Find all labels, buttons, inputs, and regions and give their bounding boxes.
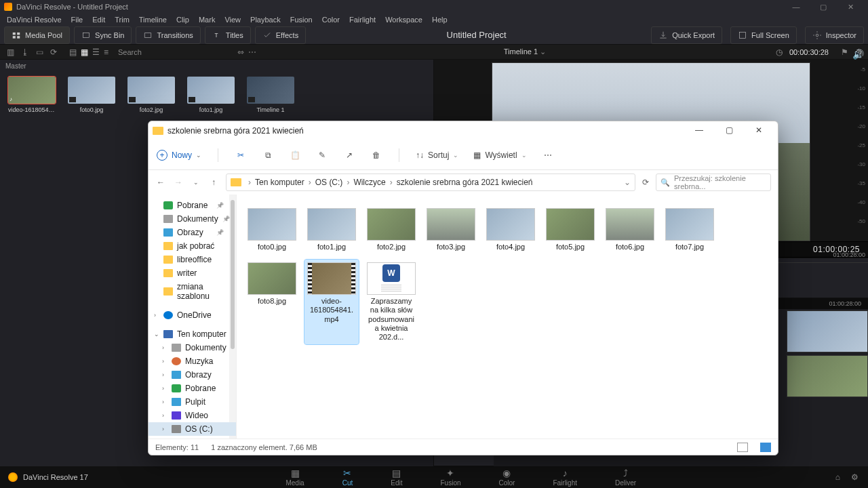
file-item[interactable]: foto5.jpg (543, 205, 597, 254)
nav-wideo[interactable]: ›Wideo (149, 409, 236, 422)
breadcrumb-item[interactable]: Ten komputer (255, 178, 304, 187)
rename-icon[interactable]: ✎ (316, 150, 328, 160)
breadcrumb[interactable]: › Ten komputer› OS (C:)› Wilczyce› szkol… (226, 174, 635, 191)
file-item[interactable]: foto0.jpg (245, 205, 299, 254)
menu-item[interactable]: Edit (88, 16, 109, 24)
nav-folder[interactable]: writer (149, 266, 236, 280)
menu-item[interactable]: Trim (111, 16, 134, 24)
full-screen-button[interactable]: Full Screen (730, 26, 797, 44)
nav-ten-komputer[interactable]: ⌄Ten komputer (149, 327, 236, 341)
titles-tab[interactable]: TTitles (205, 26, 251, 44)
breadcrumb-item[interactable]: Wilczyce (353, 178, 385, 187)
file-item[interactable]: foto2.jpg (364, 205, 418, 254)
menu-item[interactable]: Help (428, 16, 452, 24)
new-button[interactable]: + Nowy ⌄ (157, 150, 201, 161)
cut-icon[interactable]: ✂ (235, 150, 247, 160)
menu-item[interactable]: File (67, 16, 87, 24)
back-icon[interactable]: ← (155, 178, 166, 187)
quick-export-button[interactable]: Quick Export (651, 26, 722, 44)
sync-icon[interactable]: ⟳ (50, 47, 57, 57)
import-icon[interactable]: ⭳ (21, 47, 29, 57)
thumb-view-icon[interactable]: ▦ (81, 47, 88, 57)
page-fusion[interactable]: ✦Fusion (436, 468, 465, 487)
metadata-view-icon[interactable]: ▤ (69, 47, 77, 57)
file-item[interactable]: foto6.jpg (603, 205, 657, 254)
menu-item[interactable]: Clip (172, 16, 193, 24)
file-item[interactable]: foto4.jpg (484, 205, 538, 254)
page-color[interactable]: ◉Color (495, 468, 519, 487)
bin-list-icon[interactable]: ▥ (7, 47, 14, 57)
menu-item[interactable]: Workspace (381, 16, 427, 24)
nav-pobrane[interactable]: Pobrane (149, 199, 236, 212)
share-icon[interactable]: ↗ (343, 150, 355, 160)
nav-obrazy[interactable]: Obrazy (149, 226, 236, 239)
bin-master-label[interactable]: Master (0, 60, 433, 73)
search-input[interactable]: Search (118, 48, 233, 56)
nav-muzyka[interactable]: ›Muzyka (149, 354, 236, 368)
project-settings-icon[interactable]: ⚙ (851, 472, 859, 482)
explorer-title-bar[interactable]: szkolenie srebrna góra 2021 kwiecień — ▢… (149, 121, 778, 140)
nav-onedrive[interactable]: ›OneDrive (149, 308, 236, 322)
menu-item[interactable]: Playback (246, 16, 285, 24)
timeline-clip[interactable] (787, 310, 868, 352)
nav-folder[interactable]: jak pobrać (149, 239, 236, 253)
refresh-icon[interactable]: ⟳ (642, 178, 649, 187)
page-cut[interactable]: ✂Cut (338, 468, 357, 487)
menu-item[interactable]: Color (318, 16, 344, 24)
breadcrumb-item[interactable]: szkolenie srebrna góra 2021 kwiecień (397, 178, 533, 187)
explorer-file-area[interactable]: foto0.jpgfoto1.jpgfoto2.jpgfoto3.jpgfoto… (237, 195, 778, 439)
nav-dokumenty-sub[interactable]: ›Dokumenty (149, 341, 236, 354)
file-item[interactable]: foto3.jpg (424, 205, 478, 254)
page-deliver[interactable]: ⤴Deliver (611, 468, 640, 487)
file-item[interactable]: video-1618054841.mp4 (304, 260, 359, 344)
page-edit[interactable]: ▤Edit (387, 468, 406, 487)
page-media[interactable]: ▦Media (281, 468, 308, 487)
resize-icon[interactable]: ⇔ (237, 47, 244, 57)
chevron-down-icon[interactable]: ⌄ (624, 178, 631, 187)
home-icon[interactable]: ⌂ (835, 472, 840, 482)
paste-icon[interactable]: 📋 (289, 150, 301, 160)
menu-item[interactable]: Fusion (286, 16, 317, 24)
menu-item[interactable]: Timeline (135, 16, 171, 24)
breadcrumb-item[interactable]: OS (C:) (315, 178, 343, 187)
explorer-search-input[interactable]: 🔍 Przeszukaj: szkolenie srebrna... (656, 174, 771, 191)
strip-view-icon[interactable]: ☰ (92, 47, 100, 57)
nav-os-c[interactable]: ›OS (C:) (149, 422, 236, 436)
nav-obrazy-sub[interactable]: ›Obrazy (149, 368, 236, 382)
media-pool-clip[interactable]: ♪video-1618054841... (8, 77, 56, 113)
file-item[interactable]: foto7.jpg (663, 205, 717, 254)
sort-button[interactable]: ↑↓ Sortuj ⌄ (416, 150, 458, 160)
menu-item[interactable]: Mark (195, 16, 219, 24)
timeline-clip[interactable] (787, 355, 868, 397)
sync-bin-tab[interactable]: Sync Bin (74, 26, 132, 44)
maximize-icon[interactable]: ▢ (810, 3, 837, 12)
page-fairlight[interactable]: ♪Fairlight (549, 468, 581, 487)
nav-pulpit[interactable]: ›Pulpit (149, 395, 236, 409)
nav-pobrane-sub[interactable]: ›Pobrane (149, 382, 236, 395)
explorer-nav-tree[interactable]: Pobrane Dokumenty Obrazy jak pobrać libr… (149, 195, 237, 439)
list-view-icon[interactable]: ≡ (104, 47, 108, 57)
delete-icon[interactable]: 🗑 (370, 150, 382, 160)
view-button[interactable]: ▦ Wyświetl ⌄ (473, 150, 526, 160)
maximize-icon[interactable]: ▢ (714, 121, 744, 140)
transitions-tab[interactable]: Transitions (136, 26, 200, 44)
close-icon[interactable]: ✕ (744, 121, 774, 140)
details-view-icon[interactable] (737, 443, 748, 452)
up-icon[interactable]: ↑ (208, 178, 219, 187)
folder-icon[interactable]: ▭ (36, 47, 43, 57)
file-item[interactable]: WZapraszamy na kilka słów podsumowania k… (364, 260, 418, 344)
media-pool-clip[interactable]: foto0.jpg (68, 77, 115, 113)
effects-tab[interactable]: Effects (255, 26, 306, 44)
recent-icon[interactable]: ⌄ (191, 179, 201, 186)
timeline-selector[interactable]: Timeline 1 (504, 47, 538, 56)
more-icon[interactable]: ⋯ (542, 150, 554, 160)
thumbnails-view-icon[interactable] (760, 443, 771, 452)
speaker-icon[interactable]: 🔊 (852, 49, 864, 60)
minimize-icon[interactable]: — (684, 121, 714, 140)
nav-folder[interactable]: libreoffice (149, 253, 236, 266)
media-pool-clip[interactable]: Timeline 1 (247, 77, 294, 113)
inspector-button[interactable]: Inspector (805, 26, 864, 44)
media-pool-tab[interactable]: Media Pool (4, 26, 70, 44)
file-item[interactable]: foto1.jpg (304, 205, 359, 254)
forward-icon[interactable]: → (173, 178, 184, 187)
